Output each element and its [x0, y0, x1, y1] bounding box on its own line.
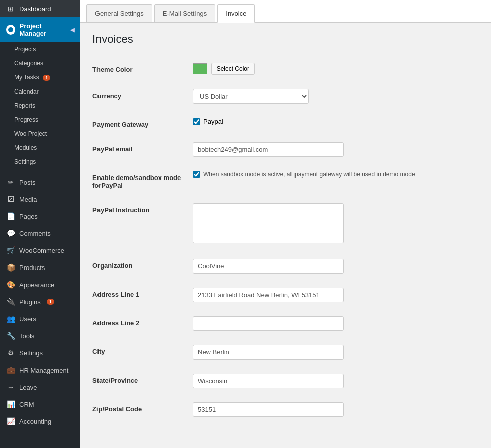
products-icon: 📦: [6, 263, 15, 272]
sandbox-field: When sandbox mode is active, all payment…: [193, 171, 479, 178]
my-tasks-badge: 1: [43, 75, 50, 81]
settings-wp-icon: ⚙: [6, 349, 15, 357]
sidebar: ⊞ Dashboard Project Manager ◀ Projects C…: [0, 0, 80, 448]
paypal-instruction-textarea[interactable]: [193, 203, 344, 243]
paypal-checkbox[interactable]: [193, 118, 200, 125]
paypal-instruction-label: PayPal Instruction: [92, 203, 193, 214]
organization-label: Organization: [92, 259, 193, 270]
crm-icon: 📊: [6, 400, 15, 408]
paypal-email-row: PayPal email: [92, 135, 479, 164]
sidebar-item-tools[interactable]: 🔧 Tools: [0, 327, 80, 344]
hr-icon: 💼: [6, 366, 15, 374]
tools-icon: 🔧: [6, 332, 15, 340]
organization-row: Organization: [92, 252, 479, 281]
sidebar-item-crm[interactable]: 📊 CRM: [0, 396, 80, 413]
organization-input[interactable]: [193, 259, 344, 274]
invoice-form: Theme Color Select Color Currency US Dol…: [92, 56, 479, 424]
sidebar-project-manager-label: Project Manager: [19, 22, 66, 37]
sidebar-item-products[interactable]: 📦 Products: [0, 259, 80, 276]
address2-row: Address Line 2: [92, 309, 479, 338]
sidebar-item-modules[interactable]: Modules: [0, 141, 80, 155]
sidebar-item-settings-wp[interactable]: ⚙ Settings: [0, 344, 80, 362]
sidebar-item-media[interactable]: 🖼 Media: [0, 191, 80, 208]
state-input[interactable]: [193, 374, 344, 388]
color-swatch: [193, 63, 207, 74]
svg-point-0: [8, 27, 13, 32]
tabs-bar: General Settings E-Mail Settings Invoice: [80, 0, 491, 23]
paypal-label: Paypal: [203, 118, 223, 125]
sidebar-item-users[interactable]: 👥 Users: [0, 310, 80, 327]
payment-gateway-field: Paypal: [193, 118, 479, 125]
sidebar-item-dashboard[interactable]: ⊞ Dashboard: [0, 0, 80, 17]
zip-label: Zip/Postal Code: [92, 402, 193, 413]
sandbox-checkbox-row: When sandbox mode is active, all payment…: [193, 171, 479, 178]
sidebar-item-reports[interactable]: Reports: [0, 99, 80, 113]
zip-input[interactable]: [193, 402, 344, 417]
sidebar-item-woo-project[interactable]: Woo Project: [0, 127, 80, 141]
currency-label: Currency: [92, 89, 193, 100]
paypal-email-input[interactable]: [193, 142, 344, 157]
sandbox-note: When sandbox mode is active, all payment…: [203, 171, 415, 178]
zip-row: Zip/Postal Code: [92, 395, 479, 424]
page-title: Invoices: [92, 33, 479, 46]
accounting-icon: 📈: [6, 417, 15, 425]
select-color-button[interactable]: Select Color: [211, 63, 255, 75]
zip-field: [193, 402, 479, 417]
sidebar-item-accounting[interactable]: 📈 Accounting: [0, 413, 80, 430]
city-row: City: [92, 338, 479, 367]
sidebar-item-settings[interactable]: Settings: [0, 155, 80, 169]
paypal-email-field: [193, 142, 479, 157]
sidebar-item-projects[interactable]: Projects: [0, 42, 80, 56]
sidebar-item-label: Dashboard: [19, 5, 51, 13]
city-field: [193, 345, 479, 360]
address1-field: [193, 288, 479, 302]
address1-input[interactable]: [193, 288, 344, 302]
sidebar-item-categories[interactable]: Categories: [0, 56, 80, 70]
payment-gateway-label: Payment Gateway: [92, 118, 193, 128]
sandbox-checkbox[interactable]: [193, 171, 200, 178]
sidebar-arrow-icon: ◀: [70, 27, 74, 33]
users-icon: 👥: [6, 315, 15, 323]
city-label: City: [92, 345, 193, 355]
paypal-checkbox-row: Paypal: [193, 118, 479, 125]
sidebar-item-my-tasks[interactable]: My Tasks 1: [0, 70, 80, 84]
organization-field: [193, 259, 479, 274]
sidebar-item-comments[interactable]: 💬 Comments: [0, 225, 80, 242]
theme-color-row: Theme Color Select Color: [92, 56, 479, 82]
sidebar-item-pages[interactable]: 📄 Pages: [0, 208, 80, 225]
theme-color-label: Theme Color: [92, 63, 193, 73]
sidebar-item-posts[interactable]: ✏ Posts: [0, 173, 80, 191]
paypal-email-label: PayPal email: [92, 142, 193, 153]
paypal-instruction-field: [193, 203, 479, 245]
sidebar-item-woocommerce[interactable]: 🛒 WooCommerce: [0, 242, 80, 259]
paypal-instruction-row: PayPal Instruction: [92, 196, 479, 252]
woocommerce-icon: 🛒: [6, 246, 15, 254]
plugins-icon: 🔌: [6, 298, 15, 306]
tab-invoice[interactable]: Invoice: [217, 4, 255, 23]
project-manager-icon: [6, 25, 15, 35]
sidebar-item-hr-management[interactable]: 💼 HR Management: [0, 362, 80, 379]
leave-icon: →: [6, 383, 15, 391]
sidebar-item-project-manager[interactable]: Project Manager ◀: [0, 17, 80, 42]
city-input[interactable]: [193, 345, 344, 360]
theme-color-field: Select Color: [193, 63, 479, 75]
currency-select[interactable]: US Dollar Euro British Pound Canadian Do…: [193, 89, 309, 104]
content-area: Invoices Theme Color Select Color Curren…: [80, 23, 491, 434]
state-field: [193, 374, 479, 388]
sidebar-item-leave[interactable]: → Leave: [0, 379, 80, 396]
sidebar-item-calendar[interactable]: Calendar: [0, 84, 80, 99]
address1-row: Address Line 1: [92, 281, 479, 309]
sidebar-item-plugins[interactable]: 🔌 Plugins 1: [0, 293, 80, 310]
pages-icon: 📄: [6, 212, 15, 220]
tab-general[interactable]: General Settings: [86, 4, 152, 22]
tab-email[interactable]: E-Mail Settings: [154, 4, 215, 22]
comments-icon: 💬: [6, 229, 15, 237]
sidebar-item-progress[interactable]: Progress: [0, 113, 80, 127]
address2-input[interactable]: [193, 316, 344, 331]
address2-label: Address Line 2: [92, 316, 193, 327]
state-row: State/Province: [92, 367, 479, 395]
posts-icon: ✏: [6, 178, 15, 186]
sidebar-item-appearance[interactable]: 🎨 Appearance: [0, 276, 80, 293]
address2-field: [193, 316, 479, 331]
appearance-icon: 🎨: [6, 281, 15, 289]
